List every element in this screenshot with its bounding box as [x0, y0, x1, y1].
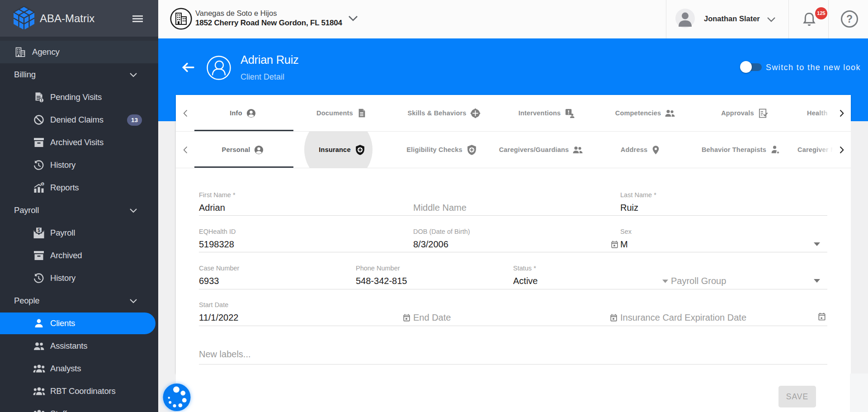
svg-text:?: ?	[846, 13, 853, 25]
svg-text:$: $	[38, 228, 40, 233]
